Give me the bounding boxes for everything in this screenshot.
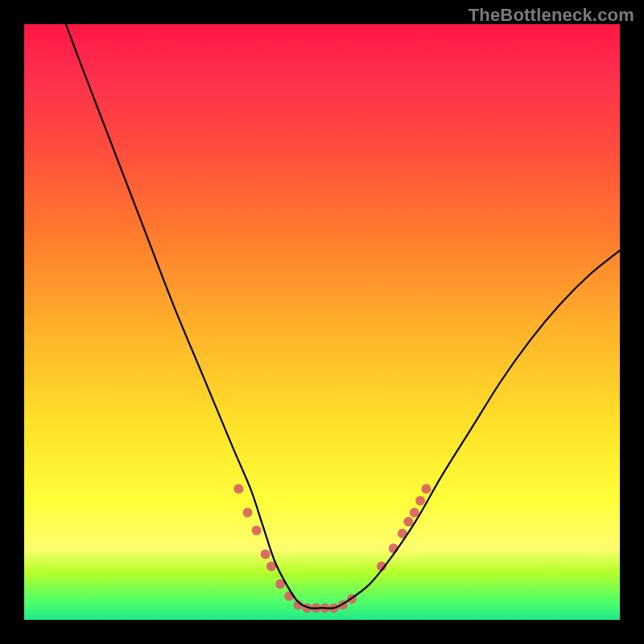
chart-frame: TheBottleneck.com: [0, 0, 644, 644]
curve-markers: [233, 484, 431, 613]
watermark-text: TheBottleneck.com: [469, 5, 634, 26]
curve-marker: [422, 484, 431, 493]
curve-marker: [415, 496, 425, 506]
plot-area: [24, 24, 620, 620]
curve-marker: [233, 484, 243, 493]
curve-marker: [403, 517, 413, 526]
curve-marker: [252, 526, 262, 535]
curve-marker: [243, 508, 253, 518]
curve-marker: [261, 550, 270, 559]
curve-layer: [24, 24, 620, 620]
bottleneck-curve: [66, 24, 620, 609]
curve-marker: [410, 508, 419, 518]
